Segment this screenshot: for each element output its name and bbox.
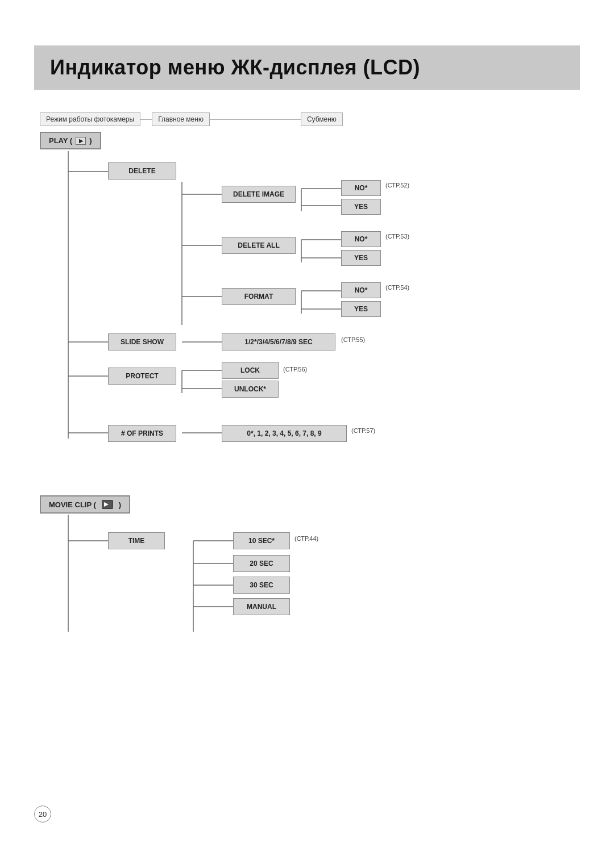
delete-all-yes: YES: [341, 250, 381, 266]
lock-node: LOCK: [222, 362, 279, 379]
header-submenu: Субменю: [301, 112, 343, 126]
header-main-menu: Главное меню: [152, 112, 210, 126]
delete-all-node: DELETE ALL: [222, 237, 296, 254]
slide-show-val: 1/2*/3/4/5/6/7/8/9 SEC: [222, 333, 335, 350]
delete-image-no: NO*: [341, 180, 381, 196]
movie-clip-root: MOVIE CLIP ( ): [40, 495, 130, 514]
protect-node: PROTECT: [108, 368, 176, 385]
time-node: TIME: [108, 532, 165, 549]
delete-image-no-ref: (СТР.52): [385, 182, 409, 189]
delete-all-no-ref: (СТР.53): [385, 233, 409, 240]
delete-image-node: DELETE IMAGE: [222, 186, 296, 203]
manual-node: MANUAL: [233, 598, 290, 615]
delete-image-yes: YES: [341, 199, 381, 215]
header-row: Режим работы фотокамеры Главное меню Суб…: [40, 112, 580, 126]
prints-val: 0*, 1, 2, 3, 4, 5, 6, 7, 8, 9: [222, 425, 347, 442]
format-yes: YES: [341, 301, 381, 317]
play-paren: ): [89, 136, 92, 145]
diagram-area: Режим работы фотокамеры Главное меню Суб…: [34, 112, 580, 654]
play-section: PLAY ( ▶ ) DELETE DELETE IMAGE NO* (СТР.…: [34, 132, 580, 461]
page-title: Индикатор меню ЖК-дисплея (LCD): [34, 45, 580, 90]
play-label: PLAY (: [49, 136, 72, 145]
play-tree-lines: [34, 132, 580, 461]
sec20-node: 20 SEC: [233, 555, 290, 572]
sec10-ref: (СТР.44): [294, 535, 318, 542]
delete-all-no: NO*: [341, 231, 381, 247]
slide-show-node: SLIDE SHOW: [108, 333, 176, 350]
movie-clip-label: MOVIE CLIP (: [49, 500, 96, 509]
page-number: 20: [34, 806, 51, 823]
header-camera-mode: Режим работы фотокамеры: [40, 112, 140, 126]
prints-ref: (СТР.57): [351, 427, 375, 434]
movie-section: MOVIE CLIP ( ) TIME 10 SEC* (СТР.44) 20 …: [34, 495, 580, 654]
movie-tree-lines: [34, 495, 580, 654]
movie-clip-icon: [102, 500, 113, 509]
format-no: NO*: [341, 282, 381, 298]
format-node: FORMAT: [222, 288, 296, 305]
play-root: PLAY ( ▶ ): [40, 132, 101, 149]
play-icon: ▶: [76, 137, 86, 145]
sec10-node: 10 SEC*: [233, 532, 290, 549]
prints-node: # OF PRINTS: [108, 425, 176, 442]
unlock-node: UNLOCK*: [222, 381, 279, 398]
movie-clip-paren: ): [119, 500, 121, 509]
delete-node: DELETE: [108, 162, 176, 180]
slide-show-ref: (СТР.55): [341, 336, 365, 343]
sec30-node: 30 SEC: [233, 577, 290, 594]
lock-ref: (СТР.56): [283, 366, 307, 373]
format-no-ref: (СТР.54): [385, 284, 409, 291]
